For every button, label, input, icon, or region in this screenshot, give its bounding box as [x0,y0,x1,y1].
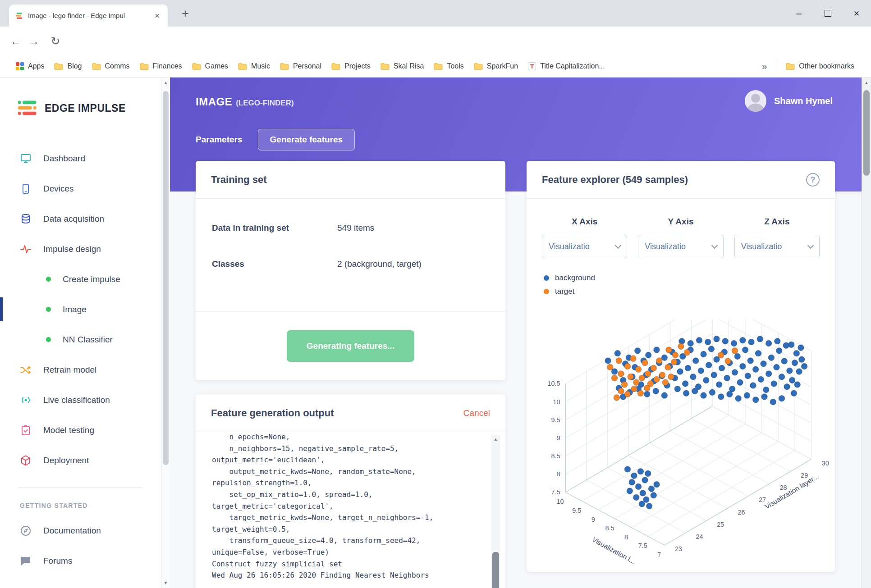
sidebar-item-create-impulse[interactable]: Create impulse [0,264,161,294]
sidebar-item-devices[interactable]: Devices [0,173,161,204]
sidebar-scrollbar-thumb[interactable] [163,91,169,465]
forums-icon [20,555,32,567]
scroll-up-icon[interactable]: ▲ [161,80,170,85]
bookmark-folder[interactable]: Skal Risa [376,59,429,73]
bookmark-folders: BlogCommsFinancesGamesMusicPersonalProje… [49,59,523,73]
live-classification-icon [20,394,32,406]
page-scrollbar[interactable]: ▲ [862,77,871,588]
x-axis-select[interactable]: Visualizatio [542,235,627,258]
tab-generate-features[interactable]: Generate features [258,129,355,150]
svg-text:8: 8 [557,470,560,478]
reload-button[interactable]: ↻ [48,34,63,49]
sidebar-item-data-acquisition[interactable]: Data acquisition [0,204,161,234]
maximize-button[interactable] [813,0,842,27]
sidebar-item-documentation[interactable]: Documentation [0,515,161,546]
folder-icon [786,63,795,70]
svg-text:25: 25 [717,521,724,528]
step-complete-icon [46,277,51,282]
scroll-up-icon[interactable]: ▲ [491,437,500,442]
bookmark-folder[interactable]: Projects [326,59,376,73]
folder-icon [92,63,101,70]
bookmark-folder[interactable]: Games [187,59,234,73]
bookmark-folder[interactable]: Blog [49,59,87,73]
bookmark-folder[interactable]: Music [233,59,275,73]
bookmark-doc[interactable]: T Title Capitalization... [523,59,610,73]
sidebar-item-image[interactable]: Image [0,294,161,324]
sidebar-divider [18,487,143,488]
svg-text:9.5: 9.5 [551,416,560,424]
svg-text:9.5: 9.5 [572,507,581,514]
z-axis-select[interactable]: Visualizatio [734,235,820,258]
z-axis-control: Z Axis Visualizatio [734,217,820,258]
y-axis-select[interactable]: Visualizatio [638,235,723,258]
back-button[interactable]: ← [8,34,23,49]
training-card-header: Training set [196,161,505,199]
other-bookmarks[interactable]: Other bookmarks [781,59,859,73]
edge-impulse-logo[interactable]: EDGE IMPULSE [0,77,161,116]
tab-parameters[interactable]: Parameters [196,129,243,150]
folder-icon [238,63,247,70]
output-title: Feature generation output [211,407,334,419]
svg-text:8.5: 8.5 [551,452,560,460]
svg-text:23: 23 [675,545,682,552]
chevron-down-icon [807,242,814,248]
sidebar-item-dashboard[interactable]: Dashboard [0,143,161,173]
model-testing-icon [20,424,32,436]
svg-text:Visualization layer...: Visualization layer... [763,473,820,511]
explorer-title: Feature explorer (549 samples) [542,174,688,186]
edge-impulse-logo-icon [18,100,38,116]
user-chip[interactable]: Shawn Hymel [745,90,833,112]
bookmarks-bar: Apps BlogCommsFinancesGamesMusicPersonal… [0,55,871,77]
cancel-button[interactable]: Cancel [463,408,490,418]
sidebar-item-deployment[interactable]: Deployment [0,445,161,475]
tab-strip: Image - lego-finder - Edge Impul × + – × [0,0,871,27]
svg-text:Visualization l...: Visualization l... [591,535,637,565]
svg-text:10: 10 [557,498,564,505]
sidebar: EDGE IMPULSE Dashboard Devices [0,77,161,588]
sidebar-scrollbar[interactable]: ▲ ▼ [161,77,170,588]
bookmark-folder[interactable]: Comms [87,59,135,73]
sidebar-nav: Dashboard Devices Data acquisition [0,143,161,475]
window-controls: – × [784,0,871,27]
sidebar-item-live-classification[interactable]: Live classification [0,385,161,415]
scroll-up-icon[interactable]: ▲ [862,80,871,85]
scatter3d-svg[interactable]: 10.5109.598.587.5109.598.587.57232425262… [532,319,830,569]
training-set-title: Training set [211,174,266,186]
bookmark-folder[interactable]: SparkFun [469,59,523,73]
user-avatar[interactable] [745,90,766,112]
legend-item-target[interactable]: target [544,287,820,296]
sidebar-item-model-testing[interactable]: Model testing [0,415,161,445]
doc-page-icon: T [528,62,536,70]
x-axis-control: X Axis Visualizatio [542,217,627,258]
bookmark-folder[interactable]: Finances [135,59,187,73]
scroll-down-icon[interactable]: ▼ [161,580,170,585]
sidebar-item-retrain-model[interactable]: Retrain model [0,355,161,385]
page-scrollbar-thumb[interactable] [863,90,870,176]
console-output[interactable]: n_epochs=None, n_neighbors=15, negative_… [196,432,505,588]
tab-close-icon[interactable]: × [153,10,161,21]
tab-title: Image - lego-finder - Edge Impul [28,12,148,19]
bookmark-apps[interactable]: Apps [11,59,49,73]
bookmarks-overflow-icon[interactable]: » [756,61,773,72]
browser-tab[interactable]: Image - lego-finder - Edge Impul × [9,5,168,27]
bookmark-folder[interactable]: Personal [275,59,326,73]
sidebar-item-forums[interactable]: Forums [0,546,161,576]
devices-icon [20,183,32,195]
svg-text:7.5: 7.5 [551,488,560,496]
training-row-classes: Classes 2 (background, target) [212,259,489,269]
sidebar-item-nn-classifier[interactable]: NN Classifier [0,324,161,355]
forward-button[interactable]: → [26,34,41,49]
bookmark-folder[interactable]: Tools [429,59,468,73]
scatter3d-plot[interactable]: 10.5109.598.587.5109.598.587.57232425262… [532,319,830,569]
step-complete-icon [46,337,51,342]
legend-item-background[interactable]: background [544,273,820,283]
sidebar-item-impulse-design[interactable]: Impulse design [0,234,161,264]
help-icon[interactable]: ? [806,173,820,187]
new-tab-button[interactable]: + [178,6,193,22]
minimize-button[interactable]: – [784,0,813,27]
page-viewport: EDGE IMPULSE Dashboard Devices [0,77,871,588]
generating-features-button[interactable]: Generating features... [287,330,414,362]
console-scrollbar-thumb[interactable] [492,552,499,588]
close-window-button[interactable]: × [842,0,871,27]
console-scrollbar[interactable]: ▲ [491,435,500,588]
